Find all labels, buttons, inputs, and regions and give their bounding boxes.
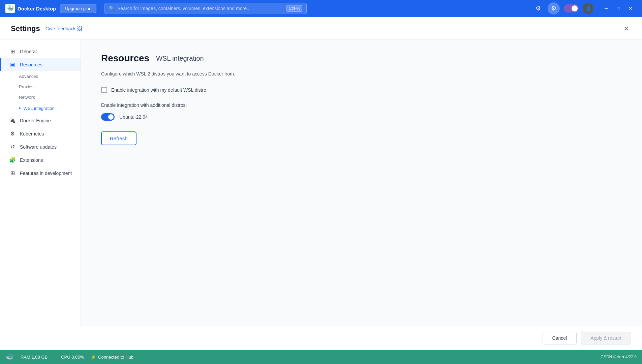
settings-title: Settings	[11, 24, 40, 33]
cpu-label: CPU 0.05%	[61, 355, 84, 360]
ubuntu-distro-name: Ubuntu-22.04	[119, 114, 148, 120]
docker-engine-icon: 🔌	[9, 117, 16, 124]
close-button[interactable]: ✕	[624, 2, 637, 14]
give-feedback-link[interactable]: Give feedback 🖼	[45, 26, 82, 31]
sidebar-item-advanced[interactable]: Advanced	[0, 71, 81, 82]
sidebar-label-kubernetes: Kubernetes	[20, 131, 44, 136]
apply-restart-button[interactable]: Apply & restart	[581, 332, 631, 344]
sidebar-item-software-updates[interactable]: ↺ Software updates	[0, 140, 81, 153]
sidebar-label-general: General	[20, 49, 37, 54]
settings-icon[interactable]: ⚙	[548, 2, 560, 14]
advanced-label: Advanced	[19, 74, 38, 79]
titlebar: 🐳 Docker Desktop Upgrade plan 🔍 Search f…	[0, 0, 642, 17]
search-placeholder-text: Search for images, containers, volumes, …	[117, 6, 250, 11]
sidebar-item-resources[interactable]: ▣ Resources	[0, 58, 81, 71]
content-title: Resources	[101, 53, 149, 64]
settings-body: ⊞ General ▣ Resources Advanced Proxies N…	[0, 39, 642, 326]
minimize-button[interactable]: ─	[600, 2, 612, 14]
sidebar-item-proxies[interactable]: Proxies	[0, 82, 81, 92]
lightning-icon: ⚡	[91, 355, 96, 360]
feedback-icon: 🖼	[77, 26, 82, 31]
main-window: Settings Give feedback 🖼 ✕ ⊞ General ▣ R…	[0, 17, 642, 350]
content-description: Configure which WSL 2 distros you want t…	[101, 70, 622, 78]
sidebar-item-wsl-integration[interactable]: WSL integration	[0, 102, 81, 114]
sidebar-label-features: Features in development	[20, 171, 72, 176]
software-updates-icon: ↺	[9, 144, 16, 150]
connection-label: Connected to Hub	[98, 355, 133, 360]
titlebar-right: ⚙ ⚙ 👤 ─ □ ✕	[533, 2, 637, 14]
resources-icon: ▣	[9, 61, 16, 68]
search-shortcut: Ctrl+K	[286, 5, 303, 12]
sidebar-item-features-in-development[interactable]: ⊞ Features in development	[0, 166, 81, 180]
content-header: Resources WSL integration	[101, 53, 622, 64]
status-bar: 🐳 RAM 1.08 GB CPU 0.05% ⚡ Connected to H…	[0, 350, 642, 364]
docker-icon: 🐳	[5, 4, 15, 13]
network-label: Network	[19, 95, 35, 100]
search-bar[interactable]: 🔍 Search for images, containers, volumes…	[104, 3, 307, 14]
default-wsl-distro-row: Enable integration with my default WSL d…	[101, 87, 622, 93]
settings-header: Settings Give feedback 🖼 ✕	[0, 17, 642, 39]
sidebar-label-extensions: Extensions	[20, 157, 43, 163]
proxies-label: Proxies	[19, 84, 33, 89]
extensions-icon: 🧩	[9, 157, 16, 163]
content-area: Resources WSL integration Configure whic…	[81, 39, 642, 326]
wsl-integration-label: WSL integration	[24, 106, 55, 111]
sidebar-item-network[interactable]: Network	[0, 92, 81, 102]
refresh-button[interactable]: Refresh	[101, 131, 136, 145]
kubernetes-icon: ⚙	[9, 130, 16, 137]
gear-icon[interactable]: ⚙	[533, 3, 544, 14]
sidebar-label-software-updates: Software updates	[20, 144, 57, 150]
ram-stat: RAM 1.08 GB	[21, 355, 48, 360]
window-controls: ─ □ ✕	[600, 2, 637, 14]
close-settings-button[interactable]: ✕	[621, 24, 631, 34]
sidebar-item-general[interactable]: ⊞ General	[0, 45, 81, 58]
cpu-stat: CPU 0.05%	[61, 355, 84, 360]
docker-whale-icon: 🐳	[5, 353, 14, 361]
sidebar-label-docker-engine: Docker Engine	[20, 118, 51, 123]
cancel-button[interactable]: Cancel	[543, 332, 577, 344]
brand-logo[interactable]: 🐳 Docker Desktop	[5, 4, 56, 13]
sidebar-label-resources: Resources	[20, 62, 42, 67]
footer-actions: Cancel Apply & restart	[0, 326, 642, 350]
distro-row-ubuntu: Ubuntu-22.04	[101, 113, 622, 121]
maximize-button[interactable]: □	[612, 2, 624, 14]
checkbox-label: Enable integration with my default WSL d…	[111, 87, 206, 93]
avatar[interactable]: 👤	[583, 3, 593, 14]
ubuntu-toggle[interactable]	[101, 113, 115, 121]
sidebar-item-kubernetes[interactable]: ⚙ Kubernetes	[0, 127, 81, 140]
upgrade-plan-button[interactable]: Upgrade plan	[60, 4, 96, 13]
content-subtitle: WSL integration	[156, 55, 204, 62]
theme-toggle[interactable]	[564, 4, 579, 12]
brand-name: Docker Desktop	[18, 6, 56, 11]
general-icon: ⊞	[9, 48, 16, 55]
connection-stat: ⚡ Connected to Hub	[91, 355, 133, 360]
info-text: CSDN ©zin▼4/22 0	[601, 355, 637, 359]
give-feedback-label: Give feedback	[45, 26, 76, 31]
sidebar: ⊞ General ▣ Resources Advanced Proxies N…	[0, 39, 81, 326]
status-bar-right: CSDN ©zin▼4/22 0	[601, 355, 637, 359]
distros-label: Enable integration with additional distr…	[101, 102, 622, 108]
sidebar-item-extensions[interactable]: 🧩 Extensions	[0, 153, 81, 166]
sidebar-item-docker-engine[interactable]: 🔌 Docker Engine	[0, 114, 81, 127]
sidebar-subitems: Advanced Proxies Network WSL integration	[0, 71, 81, 114]
ram-label: RAM 1.08 GB	[21, 355, 48, 360]
features-icon: ⊞	[9, 170, 16, 176]
search-icon: 🔍	[109, 6, 115, 11]
default-wsl-distro-checkbox[interactable]	[101, 87, 107, 93]
